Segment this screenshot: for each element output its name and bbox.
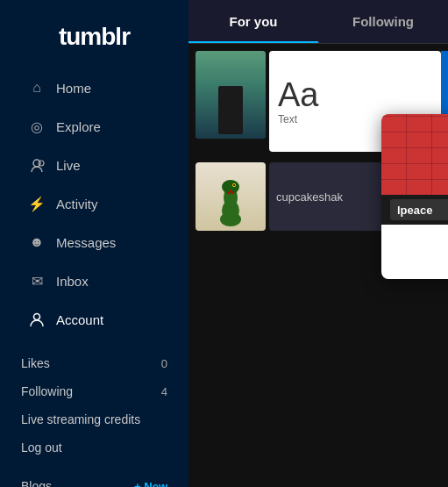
svg-point-1 — [39, 161, 44, 166]
svg-point-7 — [222, 180, 239, 194]
tab-following-label: Following — [352, 14, 414, 29]
tab-for-you[interactable]: For you — [188, 0, 318, 43]
sidebar-item-account-label: Account — [56, 312, 103, 327]
sidebar-item-home[interactable]: ⌂ Home — [7, 69, 181, 106]
snake-svg — [209, 171, 252, 231]
tab-for-you-label: For you — [230, 14, 278, 29]
popup-header-bg: ⚙ ··· — [381, 114, 448, 195]
snake-post-image[interactable] — [196, 162, 266, 231]
sidebar-item-messages[interactable]: ☻ Messages — [7, 224, 181, 261]
sidebar-item-activity-label: Activity — [56, 197, 98, 211]
sidebar-item-messages-label: Messages — [56, 235, 116, 250]
sidebar-item-inbox[interactable]: ✉ Inbox — [7, 262, 181, 299]
arrow-down — [239, 51, 266, 86]
svg-point-9 — [233, 184, 235, 186]
username-input[interactable]: lpeace — [390, 199, 448, 220]
username-card-text: cupcakeshak — [276, 190, 343, 204]
sidebar-item-activity[interactable]: ⚡ Activity — [7, 185, 181, 222]
explore-icon: ◎ — [28, 118, 46, 135]
tab-following[interactable]: Following — [318, 0, 448, 43]
logout-item[interactable]: Log out — [0, 433, 188, 462]
sidebar-item-explore[interactable]: ◎ Explore — [7, 108, 181, 145]
following-item[interactable]: Following 4 — [0, 377, 188, 405]
sidebar-item-inbox-label: Inbox — [56, 274, 89, 289]
messages-icon: ☻ — [28, 233, 46, 251]
inbox-icon: ✉ — [28, 272, 46, 290]
sidebar-item-home-label: Home — [56, 81, 91, 96]
popup-name-section — [381, 225, 448, 279]
following-label: Following — [21, 384, 73, 398]
sidebar-item-account[interactable]: Account — [7, 301, 181, 338]
text-card-aa: Aa — [278, 78, 318, 111]
post-image-1[interactable] — [196, 51, 266, 139]
live-icon — [28, 156, 46, 174]
home-icon: ⌂ — [28, 79, 46, 97]
blogs-row[interactable]: Blogs + New — [0, 472, 188, 487]
likes-label: Likes — [21, 356, 50, 370]
logout-label: Log out — [21, 440, 62, 455]
blogs-label: Blogs — [21, 479, 52, 487]
profile-popup: ⚙ ··· lpeace — [381, 114, 448, 279]
text-card-label: Text — [278, 113, 297, 125]
logo: tumblr — [0, 9, 188, 68]
activity-icon: ⚡ — [28, 195, 46, 212]
sidebar-item-explore-label: Explore — [56, 119, 101, 134]
likes-item[interactable]: Likes 0 — [0, 349, 188, 377]
account-icon — [28, 311, 46, 328]
live-credits-label: Live streaming credits — [21, 412, 140, 426]
main-area: For you Following — [188, 0, 448, 487]
username-bar: lpeace — [381, 195, 448, 225]
feed: Aa Text F ⚙ ··· — [188, 44, 448, 238]
following-count: 4 — [161, 385, 167, 398]
sidebar-item-live-label: Live — [56, 158, 81, 173]
new-blog-button[interactable]: + New — [134, 480, 167, 488]
live-credits-item[interactable]: Live streaming credits — [0, 405, 188, 433]
username-text: lpeace — [397, 204, 432, 217]
svg-point-2 — [34, 314, 40, 320]
tabs-bar: For you Following — [188, 0, 448, 44]
sidebar-item-live[interactable]: Live — [7, 147, 181, 183]
likes-count: 0 — [161, 357, 167, 370]
sidebar: tumblr ⌂ Home ◎ Explore Live ⚡ Activity … — [0, 0, 188, 487]
